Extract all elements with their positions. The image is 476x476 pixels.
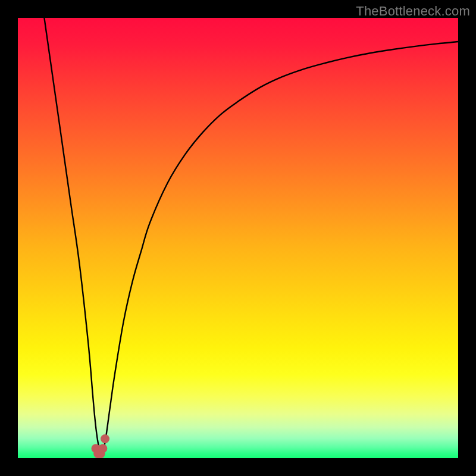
- bottleneck-curve: [44, 18, 458, 453]
- chart-svg: [18, 18, 458, 458]
- chart-frame: TheBottleneck.com: [0, 0, 476, 476]
- plot-area: [18, 18, 458, 458]
- minimum-marker: [98, 444, 107, 453]
- minimum-markers: [91, 434, 109, 458]
- minimum-marker: [101, 434, 109, 443]
- watermark-text: TheBottleneck.com: [356, 4, 470, 19]
